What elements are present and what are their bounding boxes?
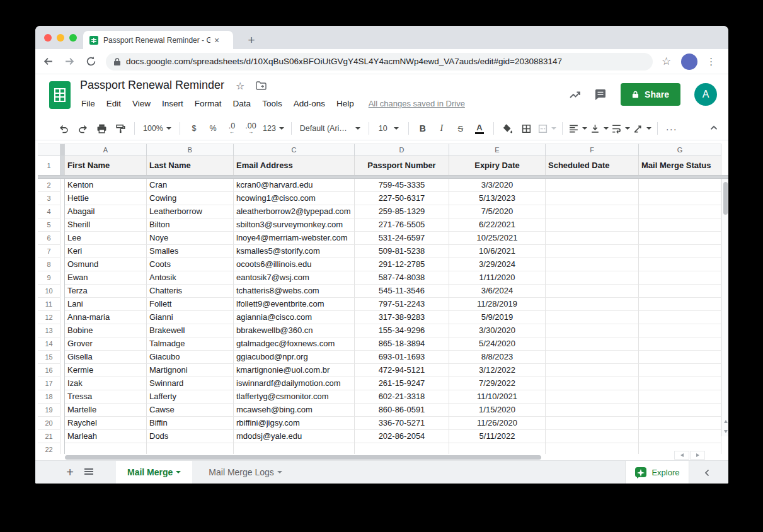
cell-scheduled[interactable]: [546, 364, 639, 377]
header-cell[interactable]: First Name: [65, 156, 147, 175]
column-header-d[interactable]: D: [355, 144, 449, 156]
cell-passport[interactable]: 261-15-9247: [355, 377, 449, 390]
header-cell[interactable]: Scheduled Date: [546, 156, 639, 175]
font-family-select[interactable]: Default (Ari…: [297, 120, 363, 137]
row-number[interactable]: 5: [38, 218, 60, 232]
cell[interactable]: [65, 443, 147, 454]
cell-scheduled[interactable]: [546, 404, 639, 417]
browser-profile-avatar[interactable]: [681, 54, 697, 70]
column-header-f[interactable]: F: [546, 144, 639, 156]
cell-passport[interactable]: 336-70-5271: [355, 417, 449, 430]
print-icon[interactable]: [93, 120, 110, 137]
cell-status[interactable]: [639, 258, 721, 271]
cell-last-name[interactable]: Swinnard: [147, 377, 234, 390]
cell-scheduled[interactable]: [546, 245, 639, 258]
cell-first-name[interactable]: Gisella: [65, 351, 147, 364]
row-number[interactable]: 22: [38, 443, 60, 454]
horizontal-scrollbar[interactable]: [38, 455, 728, 460]
cell-first-name[interactable]: Tressa: [65, 390, 147, 404]
header-cell[interactable]: Passport Number: [355, 156, 449, 175]
star-document-icon[interactable]: ☆: [236, 80, 244, 92]
increase-decimal-button[interactable]: .00→: [243, 120, 259, 137]
cell-passport[interactable]: 509-81-5238: [355, 245, 449, 258]
row-number[interactable]: 10: [38, 285, 60, 298]
row-number[interactable]: 19: [38, 404, 60, 417]
menu-view[interactable]: View: [127, 98, 156, 110]
cell-last-name[interactable]: Cran: [147, 179, 234, 192]
horizontal-scrollbar-thumb[interactable]: [65, 455, 541, 460]
cell-email[interactable]: ocoots6@illinois.edu: [234, 258, 355, 271]
cell-expiry[interactable]: 5/11/2022: [449, 430, 546, 443]
cell-scheduled[interactable]: [546, 179, 639, 192]
italic-button[interactable]: I: [433, 120, 450, 137]
share-button[interactable]: Share: [621, 83, 680, 106]
cell-passport[interactable]: 317-38-9283: [355, 311, 449, 324]
cell-expiry[interactable]: 5/24/2020: [449, 337, 546, 351]
cell-email[interactable]: bbrakewellb@360.cn: [234, 324, 355, 337]
cell-expiry[interactable]: 10/25/2021: [449, 232, 546, 245]
cell-email[interactable]: kcran0@harvard.edu: [234, 179, 355, 192]
cell-status[interactable]: [639, 205, 721, 218]
cell-status[interactable]: [639, 179, 721, 192]
cell-last-name[interactable]: Cawse: [147, 404, 234, 417]
forward-icon[interactable]: [60, 53, 78, 71]
cell-first-name[interactable]: Lani: [65, 298, 147, 311]
more-formats-button[interactable]: 123: [261, 120, 285, 137]
cell-last-name[interactable]: Leatherborrow: [147, 205, 234, 218]
menu-data[interactable]: Data: [227, 98, 257, 110]
cell-first-name[interactable]: Kermie: [65, 364, 147, 377]
cell-scheduled[interactable]: [546, 298, 639, 311]
cell-scheduled[interactable]: [546, 390, 639, 404]
row-number[interactable]: 12: [38, 311, 60, 324]
account-avatar[interactable]: A: [694, 83, 717, 106]
text-rotation-button[interactable]: [633, 120, 651, 137]
cell-first-name[interactable]: Terza: [65, 285, 147, 298]
cell-email[interactable]: ggiacubod@npr.org: [234, 351, 355, 364]
cell-expiry[interactable]: 3/6/2024: [449, 285, 546, 298]
cell-expiry[interactable]: 3/30/2020: [449, 324, 546, 337]
cell-passport[interactable]: 291-12-2785: [355, 258, 449, 271]
sheets-logo-icon[interactable]: [49, 81, 71, 109]
cell-status[interactable]: [639, 232, 721, 245]
menu-help[interactable]: Help: [331, 98, 360, 110]
percent-format-button[interactable]: %: [205, 120, 221, 137]
bookmark-star-icon[interactable]: ☆: [662, 55, 671, 68]
cell-first-name[interactable]: Lee: [65, 232, 147, 245]
decrease-decimal-button[interactable]: .0←: [224, 120, 240, 137]
cell-first-name[interactable]: Marleah: [65, 430, 147, 443]
cell-status[interactable]: [639, 298, 721, 311]
cell-scheduled[interactable]: [546, 218, 639, 232]
row-number[interactable]: 2: [38, 179, 60, 192]
cell-last-name[interactable]: Smalles: [147, 245, 234, 258]
cell-last-name[interactable]: Biffin: [147, 417, 234, 430]
cell-email[interactable]: kmartignonie@uol.com.br: [234, 364, 355, 377]
row-number[interactable]: 11: [38, 298, 60, 311]
row-number[interactable]: 18: [38, 390, 60, 404]
cell-status[interactable]: [639, 404, 721, 417]
header-cell[interactable]: Last Name: [147, 156, 234, 175]
cell-status[interactable]: [639, 324, 721, 337]
cell-expiry[interactable]: 3/12/2022: [449, 364, 546, 377]
browser-tab[interactable]: Passport Renewal Reminder - G ×: [83, 31, 233, 49]
add-sheet-button[interactable]: +: [60, 463, 79, 482]
row-number[interactable]: 8: [38, 258, 60, 271]
cell-expiry[interactable]: 11/26/2020: [449, 417, 546, 430]
cell-last-name[interactable]: Coots: [147, 258, 234, 271]
menu-edit[interactable]: Edit: [101, 98, 127, 110]
cell-passport[interactable]: 759-45-3335: [355, 179, 449, 192]
cell-email[interactable]: tlaffertyg@csmonitor.com: [234, 390, 355, 404]
cell-email[interactable]: mdodsj@yale.edu: [234, 430, 355, 443]
comment-icon[interactable]: [588, 83, 613, 106]
cell-passport[interactable]: 545-11-3546: [355, 285, 449, 298]
cell-first-name[interactable]: Bobine: [65, 324, 147, 337]
menu-addons[interactable]: Add-ons: [288, 98, 331, 110]
cell-passport[interactable]: 259-85-1329: [355, 205, 449, 218]
explore-button[interactable]: Explore: [625, 461, 689, 484]
document-title[interactable]: Passport Renewal Reminder: [80, 79, 224, 92]
text-wrap-button[interactable]: [611, 120, 630, 137]
cell-email[interactable]: mcawseh@bing.com: [234, 404, 355, 417]
cell-status[interactable]: [639, 377, 721, 390]
cell-first-name[interactable]: Abagail: [65, 205, 147, 218]
cell-first-name[interactable]: Hettie: [65, 192, 147, 205]
cell-expiry[interactable]: 10/6/2021: [449, 245, 546, 258]
